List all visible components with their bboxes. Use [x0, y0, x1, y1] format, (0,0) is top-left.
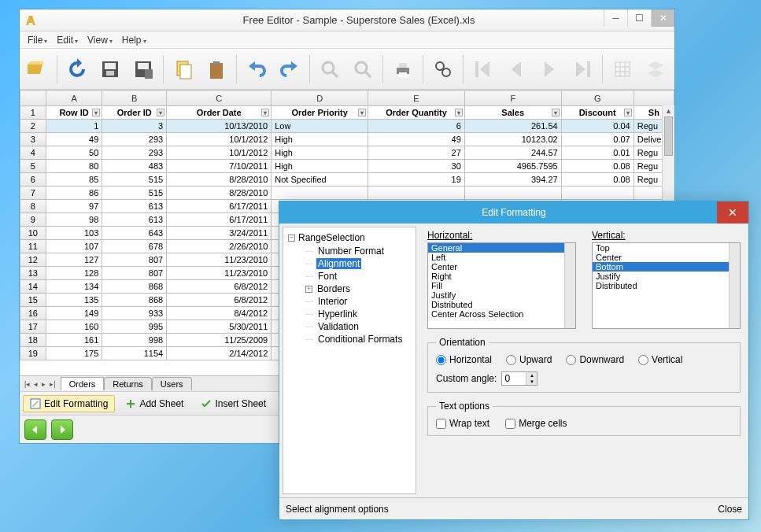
insert-sheet-button[interactable]: Insert Sheet — [194, 395, 273, 412]
last-record-icon[interactable]: ▸| — [48, 380, 57, 388]
field-header[interactable]: Order ID▾ — [102, 106, 167, 120]
add-sheet-button[interactable]: Add Sheet — [118, 395, 190, 412]
cell[interactable]: 678 — [102, 240, 167, 253]
tree-item-hyperlink[interactable]: ⋯Hyperlink — [304, 308, 411, 320]
orientation-radio[interactable] — [638, 355, 648, 365]
paste-button[interactable] — [201, 54, 232, 85]
sheet-tab-orders[interactable]: Orders — [61, 377, 105, 390]
listbox-scrollbar[interactable] — [729, 243, 740, 328]
row-header[interactable]: 15 — [20, 294, 46, 307]
cell[interactable]: 85 — [46, 173, 102, 187]
filter-icon[interactable]: ▾ — [358, 109, 366, 116]
saveas-button[interactable] — [127, 54, 159, 85]
option-bottom[interactable]: Bottom — [593, 262, 740, 272]
horizontal-listbox[interactable]: GeneralLeftCenterRightFillJustifyDistrib… — [427, 242, 576, 329]
save-button[interactable] — [94, 54, 126, 85]
cell[interactable]: 5/30/2011 — [167, 320, 272, 334]
forward-button[interactable] — [51, 419, 73, 440]
col-header-[interactable] — [634, 91, 674, 106]
dialog-close-link[interactable]: Close — [718, 504, 742, 515]
tree-item-validation[interactable]: ⋯Validation — [304, 320, 411, 333]
field-header[interactable]: Row ID▾ — [46, 106, 102, 120]
grid-button[interactable] — [607, 54, 638, 85]
cell[interactable] — [368, 187, 465, 200]
row-header[interactable]: 3 — [20, 133, 46, 146]
cell[interactable] — [561, 187, 634, 200]
cell[interactable]: 8/28/2010 — [167, 187, 272, 200]
first-record-icon[interactable]: |◂ — [23, 380, 31, 388]
vertical-listbox[interactable]: TopCenterBottomJustifyDistributed — [592, 242, 741, 329]
merge-cells-checkbox[interactable] — [505, 419, 515, 429]
tree-item-conditional-formats[interactable]: ⋯Conditional Formats — [304, 333, 411, 345]
cell[interactable]: 807 — [102, 253, 167, 267]
row-header[interactable]: 13 — [20, 267, 46, 280]
field-header[interactable]: Order Priority▾ — [272, 106, 368, 120]
table-row[interactable]: 21310/13/2010Low6261.540.04Regu — [20, 120, 674, 133]
cell[interactable]: 0.08 — [561, 173, 634, 187]
cell[interactable]: 0.07 — [561, 133, 634, 146]
cell[interactable]: 11/23/2010 — [167, 267, 272, 280]
row-header[interactable]: 14 — [20, 280, 46, 294]
cell[interactable]: 868 — [102, 294, 167, 307]
option-distributed[interactable]: Distributed — [593, 281, 740, 290]
row-header[interactable]: 2 — [20, 120, 46, 133]
row-header[interactable]: 7 — [20, 187, 46, 200]
cell[interactable]: 135 — [46, 294, 102, 307]
option-left[interactable]: Left — [428, 253, 575, 262]
cell[interactable]: 807 — [102, 267, 167, 280]
open-button[interactable] — [21, 54, 53, 85]
tree-item-interior[interactable]: ⋯Interior — [304, 295, 411, 308]
table-row[interactable]: 45029310/1/2012High27244.570.01Regu — [20, 146, 674, 160]
cell[interactable]: 6 — [368, 120, 465, 133]
cell[interactable]: 149 — [46, 307, 102, 320]
cell[interactable]: 6/8/2012 — [167, 280, 272, 294]
cell[interactable]: High — [272, 160, 368, 173]
cell[interactable]: 128 — [46, 267, 102, 280]
undo-button[interactable] — [241, 54, 272, 85]
field-header[interactable]: Sales▾ — [464, 106, 561, 120]
cell[interactable] — [272, 187, 368, 200]
row-header[interactable]: 5 — [20, 160, 46, 173]
filter-icon[interactable]: ▾ — [552, 109, 560, 116]
field-header[interactable]: Discount▾ — [561, 106, 634, 120]
table-row[interactable]: 34929310/1/2012High4910123.020.07Delive — [20, 133, 674, 146]
orientation-upward[interactable]: Upward — [506, 354, 552, 365]
cell[interactable]: 4965.7595 — [464, 160, 561, 173]
cell[interactable]: 49 — [368, 133, 465, 146]
next-button[interactable] — [534, 54, 565, 85]
row-header[interactable]: 17 — [20, 320, 46, 334]
cell[interactable]: 244.57 — [464, 146, 561, 160]
cell[interactable]: Low — [272, 120, 368, 133]
last-button[interactable] — [567, 54, 598, 85]
orientation-vertical[interactable]: Vertical — [638, 354, 682, 365]
menu-view[interactable]: View▾ — [83, 33, 117, 47]
option-center-across-selection[interactable]: Center Across Selection — [428, 309, 575, 319]
cell[interactable]: 0.01 — [561, 146, 634, 160]
cell[interactable]: 293 — [102, 133, 167, 146]
cell[interactable]: 0.04 — [561, 120, 634, 133]
back-button[interactable] — [24, 419, 46, 440]
zoomin-button[interactable] — [314, 54, 345, 85]
next-record-icon[interactable]: ▸ — [40, 380, 47, 388]
filter-icon[interactable]: ▾ — [92, 109, 100, 116]
row-header[interactable]: 18 — [20, 334, 46, 347]
orientation-radio[interactable] — [506, 355, 516, 365]
cell[interactable]: 49 — [46, 133, 102, 146]
option-center[interactable]: Center — [593, 253, 740, 262]
maximize-button[interactable]: ☐ — [627, 9, 651, 27]
cell[interactable]: 50 — [46, 146, 102, 160]
spin-down-icon[interactable]: ▼ — [526, 379, 537, 385]
copy-button[interactable] — [168, 54, 199, 85]
cell[interactable]: 6/17/2011 — [167, 213, 272, 227]
orientation-downward[interactable]: Downward — [566, 354, 624, 365]
orientation-horizontal[interactable]: Horizontal — [436, 354, 492, 365]
cell[interactable]: 161 — [46, 334, 102, 347]
col-header-A[interactable]: A — [46, 91, 102, 106]
cell[interactable]: 134 — [46, 280, 102, 294]
table-row[interactable]: 7865158/28/2010 — [20, 187, 674, 200]
custom-angle-spinner[interactable]: ▲▼ — [501, 371, 538, 386]
cell[interactable]: 175 — [46, 347, 102, 360]
cell[interactable]: 30 — [368, 160, 465, 173]
row-header[interactable]: 11 — [20, 240, 46, 253]
menu-edit[interactable]: Edit▾ — [52, 33, 83, 47]
